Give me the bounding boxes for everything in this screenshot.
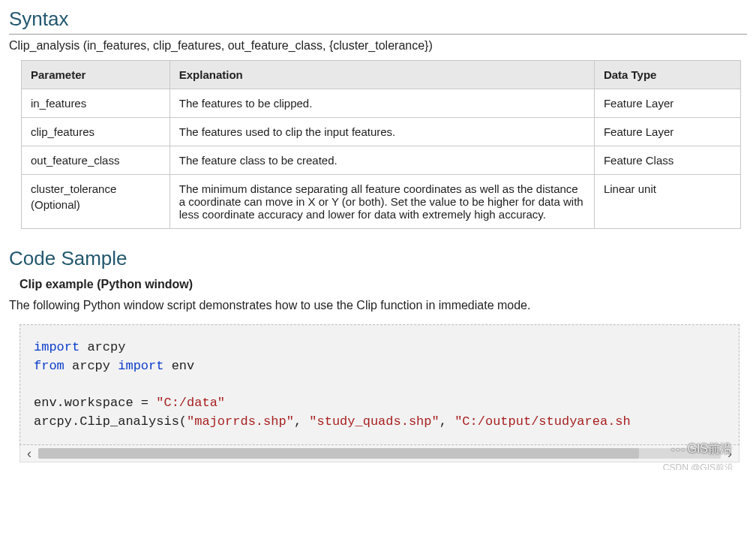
code-token: ,	[294, 414, 309, 429]
scroll-thumb[interactable]	[38, 448, 639, 459]
code-token: "C:/data"	[156, 396, 225, 410]
code-block[interactable]: import arcpy from arcpy import env env.w…	[20, 324, 740, 445]
th-explanation: Explanation	[170, 61, 594, 89]
param-datatype-cell: Linear unit	[594, 175, 740, 229]
code-token: "C:/output/studyarea.sh	[454, 414, 631, 429]
table-row: out_feature_classThe feature class to be…	[22, 146, 741, 175]
csdn-credit: CSDN @GIS前沿	[663, 462, 734, 470]
param-explanation-cell: The features to be clipped.	[170, 89, 594, 118]
horizontal-scrollbar[interactable]: ‹ ›	[20, 445, 740, 462]
code-token: arcpy.Clip_analysis(	[34, 414, 187, 429]
code-container: import arcpy from arcpy import env env.w…	[20, 324, 740, 462]
param-name-cell: out_feature_class	[22, 146, 170, 175]
code-token: import	[118, 359, 164, 373]
code-token: "majorrds.shp"	[187, 414, 294, 429]
scroll-left-arrow[interactable]: ‹	[20, 446, 38, 462]
code-token: "study_quads.shp"	[309, 414, 439, 429]
code-token: from	[34, 359, 64, 373]
scroll-track[interactable]	[38, 448, 721, 459]
table-row: clip_featuresThe features used to clip t…	[22, 118, 741, 146]
table-row: in_featuresThe features to be clipped.Fe…	[22, 89, 741, 118]
code-token: env.workspace =	[34, 396, 156, 410]
param-datatype-cell: Feature Layer	[594, 89, 740, 118]
code-token: arcpy	[64, 359, 118, 373]
code-sample-description: The following Python window script demon…	[9, 299, 747, 312]
scroll-right-arrow[interactable]: ›	[721, 446, 739, 462]
param-datatype-cell: Feature Layer	[594, 118, 740, 146]
code-token: import	[34, 340, 80, 354]
param-explanation-cell: The minimum distance separating all feat…	[170, 175, 594, 229]
parameter-table: Parameter Explanation Data Type in_featu…	[21, 60, 741, 229]
syntax-signature: Clip_analysis (in_features, clip_feature…	[9, 39, 747, 53]
param-name-cell: cluster_tolerance(Optional)	[22, 175, 170, 229]
param-explanation-cell: The feature class to be created.	[170, 146, 594, 175]
code-sample-heading: Code Sample	[9, 247, 747, 273]
param-explanation-cell: The features used to clip the input feat…	[170, 118, 594, 146]
param-name-cell: clip_features	[22, 118, 170, 146]
param-datatype-cell: Feature Class	[594, 146, 740, 175]
code-token: arcpy	[80, 340, 125, 354]
table-row: cluster_tolerance(Optional)The minimum d…	[22, 175, 741, 229]
code-token: ,	[440, 414, 454, 429]
param-name-cell: in_features	[22, 89, 170, 118]
code-token: env	[164, 359, 194, 373]
code-sample-subheading: Clip example (Python window)	[20, 278, 747, 291]
th-parameter: Parameter	[22, 61, 170, 89]
param-optional-label: (Optional)	[31, 198, 160, 211]
th-data-type: Data Type	[594, 61, 740, 89]
syntax-heading: Syntax	[9, 8, 747, 35]
